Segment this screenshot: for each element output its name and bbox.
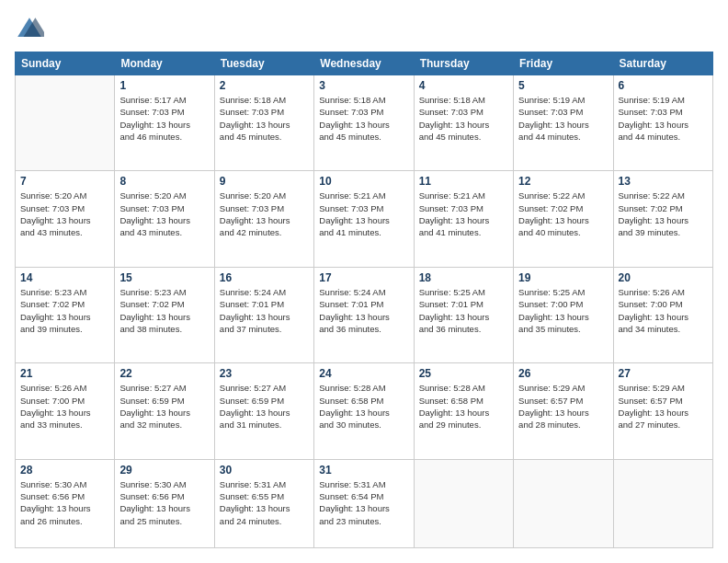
day-cell: 30Sunrise: 5:31 AM Sunset: 6:55 PM Dayli… bbox=[214, 459, 313, 547]
logo bbox=[15, 15, 48, 44]
page: SundayMondayTuesdayWednesdayThursdayFrid… bbox=[0, 0, 728, 563]
day-info: Sunrise: 5:19 AM Sunset: 7:03 PM Dayligh… bbox=[518, 94, 608, 143]
day-cell: 16Sunrise: 5:24 AM Sunset: 7:01 PM Dayli… bbox=[214, 267, 313, 362]
day-info: Sunrise: 5:20 AM Sunset: 7:03 PM Dayligh… bbox=[220, 190, 309, 238]
day-number: 5 bbox=[518, 79, 608, 92]
week-row-3: 14Sunrise: 5:23 AM Sunset: 7:02 PM Dayli… bbox=[16, 267, 713, 362]
day-cell: 11Sunrise: 5:21 AM Sunset: 7:03 PM Dayli… bbox=[414, 171, 513, 267]
day-cell: 24Sunrise: 5:28 AM Sunset: 6:58 PM Dayli… bbox=[314, 363, 414, 459]
day-number: 12 bbox=[518, 175, 608, 188]
day-info: Sunrise: 5:29 AM Sunset: 6:57 PM Dayligh… bbox=[619, 382, 708, 431]
weekday-header-tuesday: Tuesday bbox=[214, 52, 313, 75]
day-number: 11 bbox=[419, 175, 508, 188]
day-info: Sunrise: 5:22 AM Sunset: 7:02 PM Dayligh… bbox=[518, 190, 608, 238]
day-info: Sunrise: 5:31 AM Sunset: 6:54 PM Dayligh… bbox=[319, 478, 408, 527]
day-number: 4 bbox=[419, 79, 508, 92]
weekday-header-sunday: Sunday bbox=[16, 52, 115, 75]
day-number: 20 bbox=[619, 271, 708, 284]
weekday-header-wednesday: Wednesday bbox=[314, 52, 414, 75]
day-cell: 23Sunrise: 5:27 AM Sunset: 6:59 PM Dayli… bbox=[214, 363, 313, 459]
day-cell: 6Sunrise: 5:19 AM Sunset: 7:03 PM Daylig… bbox=[613, 75, 712, 171]
day-cell: 8Sunrise: 5:20 AM Sunset: 7:03 PM Daylig… bbox=[115, 171, 214, 267]
day-cell: 13Sunrise: 5:22 AM Sunset: 7:02 PM Dayli… bbox=[613, 171, 712, 267]
day-number: 3 bbox=[319, 79, 408, 92]
day-number: 9 bbox=[220, 175, 309, 188]
day-cell: 12Sunrise: 5:22 AM Sunset: 7:02 PM Dayli… bbox=[514, 171, 613, 267]
day-info: Sunrise: 5:20 AM Sunset: 7:03 PM Dayligh… bbox=[20, 190, 109, 238]
weekday-header-thursday: Thursday bbox=[414, 52, 513, 75]
day-info: Sunrise: 5:30 AM Sunset: 6:56 PM Dayligh… bbox=[119, 478, 209, 527]
week-row-4: 21Sunrise: 5:26 AM Sunset: 7:00 PM Dayli… bbox=[16, 363, 713, 459]
week-row-2: 7Sunrise: 5:20 AM Sunset: 7:03 PM Daylig… bbox=[16, 171, 713, 267]
day-number: 1 bbox=[119, 79, 209, 92]
day-info: Sunrise: 5:29 AM Sunset: 6:57 PM Dayligh… bbox=[518, 382, 608, 431]
weekday-header-monday: Monday bbox=[115, 52, 214, 75]
day-info: Sunrise: 5:31 AM Sunset: 6:55 PM Dayligh… bbox=[220, 478, 309, 527]
day-cell bbox=[16, 75, 115, 171]
day-info: Sunrise: 5:19 AM Sunset: 7:03 PM Dayligh… bbox=[619, 94, 708, 143]
header bbox=[15, 15, 713, 44]
day-cell: 15Sunrise: 5:23 AM Sunset: 7:02 PM Dayli… bbox=[115, 267, 214, 362]
day-cell: 31Sunrise: 5:31 AM Sunset: 6:54 PM Dayli… bbox=[314, 459, 414, 547]
day-number: 7 bbox=[20, 175, 109, 188]
day-cell: 18Sunrise: 5:25 AM Sunset: 7:01 PM Dayli… bbox=[414, 267, 513, 362]
day-cell bbox=[613, 459, 712, 547]
day-cell: 21Sunrise: 5:26 AM Sunset: 7:00 PM Dayli… bbox=[16, 363, 115, 459]
day-number: 16 bbox=[220, 271, 309, 284]
day-info: Sunrise: 5:20 AM Sunset: 7:03 PM Dayligh… bbox=[119, 190, 209, 238]
day-number: 6 bbox=[619, 79, 708, 92]
day-number: 29 bbox=[119, 464, 209, 477]
day-cell: 4Sunrise: 5:18 AM Sunset: 7:03 PM Daylig… bbox=[414, 75, 513, 171]
day-info: Sunrise: 5:26 AM Sunset: 7:00 PM Dayligh… bbox=[20, 382, 109, 431]
day-cell: 3Sunrise: 5:18 AM Sunset: 7:03 PM Daylig… bbox=[314, 75, 414, 171]
week-row-5: 28Sunrise: 5:30 AM Sunset: 6:56 PM Dayli… bbox=[16, 459, 713, 547]
day-cell: 14Sunrise: 5:23 AM Sunset: 7:02 PM Dayli… bbox=[16, 267, 115, 362]
day-cell: 29Sunrise: 5:30 AM Sunset: 6:56 PM Dayli… bbox=[115, 459, 214, 547]
day-info: Sunrise: 5:28 AM Sunset: 6:58 PM Dayligh… bbox=[319, 382, 408, 431]
day-info: Sunrise: 5:18 AM Sunset: 7:03 PM Dayligh… bbox=[419, 94, 508, 143]
day-cell: 28Sunrise: 5:30 AM Sunset: 6:56 PM Dayli… bbox=[16, 459, 115, 547]
day-number: 23 bbox=[220, 367, 309, 380]
day-number: 22 bbox=[119, 367, 209, 380]
day-number: 2 bbox=[220, 79, 309, 92]
day-number: 30 bbox=[220, 464, 309, 477]
day-info: Sunrise: 5:23 AM Sunset: 7:02 PM Dayligh… bbox=[20, 286, 109, 335]
day-number: 10 bbox=[319, 175, 408, 188]
day-number: 31 bbox=[319, 464, 408, 477]
weekday-header-saturday: Saturday bbox=[613, 52, 712, 75]
day-number: 19 bbox=[518, 271, 608, 284]
day-cell: 10Sunrise: 5:21 AM Sunset: 7:03 PM Dayli… bbox=[314, 171, 414, 267]
day-cell: 20Sunrise: 5:26 AM Sunset: 7:00 PM Dayli… bbox=[613, 267, 712, 362]
day-info: Sunrise: 5:17 AM Sunset: 7:03 PM Dayligh… bbox=[119, 94, 209, 143]
day-number: 28 bbox=[20, 464, 109, 477]
day-info: Sunrise: 5:28 AM Sunset: 6:58 PM Dayligh… bbox=[419, 382, 508, 431]
day-info: Sunrise: 5:26 AM Sunset: 7:00 PM Dayligh… bbox=[619, 286, 708, 335]
day-cell: 19Sunrise: 5:25 AM Sunset: 7:00 PM Dayli… bbox=[514, 267, 613, 362]
day-number: 18 bbox=[419, 271, 508, 284]
day-cell: 25Sunrise: 5:28 AM Sunset: 6:58 PM Dayli… bbox=[414, 363, 513, 459]
day-info: Sunrise: 5:18 AM Sunset: 7:03 PM Dayligh… bbox=[319, 94, 408, 143]
day-info: Sunrise: 5:25 AM Sunset: 7:01 PM Dayligh… bbox=[419, 286, 508, 335]
day-cell: 26Sunrise: 5:29 AM Sunset: 6:57 PM Dayli… bbox=[514, 363, 613, 459]
day-number: 24 bbox=[319, 367, 408, 380]
logo-icon bbox=[15, 15, 44, 44]
day-number: 14 bbox=[20, 271, 109, 284]
day-cell bbox=[514, 459, 613, 547]
calendar-table: SundayMondayTuesdayWednesdayThursdayFrid… bbox=[15, 52, 713, 548]
day-number: 26 bbox=[518, 367, 608, 380]
day-number: 13 bbox=[619, 175, 708, 188]
day-number: 15 bbox=[119, 271, 209, 284]
day-info: Sunrise: 5:27 AM Sunset: 6:59 PM Dayligh… bbox=[119, 382, 209, 431]
day-info: Sunrise: 5:18 AM Sunset: 7:03 PM Dayligh… bbox=[220, 94, 309, 143]
day-number: 27 bbox=[619, 367, 708, 380]
day-cell: 17Sunrise: 5:24 AM Sunset: 7:01 PM Dayli… bbox=[314, 267, 414, 362]
week-row-1: 1Sunrise: 5:17 AM Sunset: 7:03 PM Daylig… bbox=[16, 75, 713, 171]
day-number: 17 bbox=[319, 271, 408, 284]
day-cell: 2Sunrise: 5:18 AM Sunset: 7:03 PM Daylig… bbox=[214, 75, 313, 171]
day-number: 8 bbox=[119, 175, 209, 188]
day-info: Sunrise: 5:24 AM Sunset: 7:01 PM Dayligh… bbox=[319, 286, 408, 335]
day-number: 25 bbox=[419, 367, 508, 380]
day-info: Sunrise: 5:25 AM Sunset: 7:00 PM Dayligh… bbox=[518, 286, 608, 335]
day-info: Sunrise: 5:24 AM Sunset: 7:01 PM Dayligh… bbox=[220, 286, 309, 335]
day-info: Sunrise: 5:22 AM Sunset: 7:02 PM Dayligh… bbox=[619, 190, 708, 238]
